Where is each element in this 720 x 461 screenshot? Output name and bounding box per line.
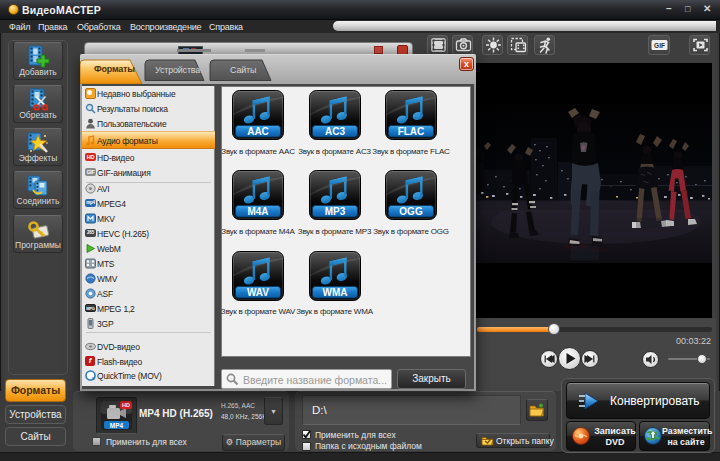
svg-text:M4A: M4A [247,206,268,217]
svg-text:WMA: WMA [322,286,347,297]
svg-text:HD: HD [122,402,130,408]
svg-text:AAC: AAC [247,126,269,137]
svg-text:AC3: AC3 [324,126,344,137]
svg-text:OGG: OGG [399,206,423,217]
svg-text:MP3: MP3 [324,206,345,217]
svg-text:MP4: MP4 [110,422,124,429]
svg-text:WAV: WAV [247,286,269,297]
svg-text:FLAC: FLAC [398,126,425,137]
svg-text:GIF: GIF [654,42,665,49]
